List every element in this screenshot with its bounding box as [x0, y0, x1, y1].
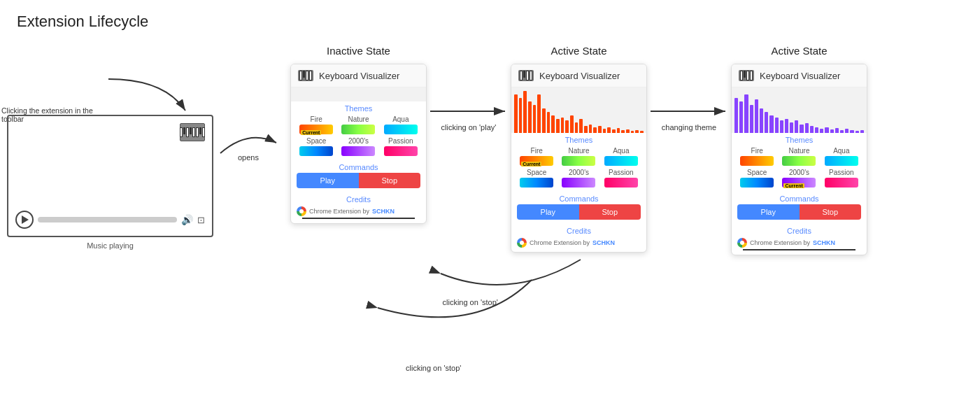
theme-aqua-active1: Aqua — [602, 147, 641, 166]
space-swatch-active2[interactable] — [740, 178, 774, 188]
theme-fire-label: Fire — [311, 115, 322, 123]
bottom-line-inactive — [302, 218, 415, 219]
passion-swatch-inactive[interactable] — [384, 146, 418, 156]
aqua-swatch-active2[interactable] — [825, 156, 858, 166]
active2-popup: Keyboard Visualizer — [731, 64, 867, 255]
nature-swatch-active1[interactable] — [562, 156, 595, 166]
player-section: Clicking the extension in the toolbar 🔊 … — [7, 73, 213, 250]
theme-space-active2: Space — [737, 169, 776, 188]
credits-section-inactive: Credits Chrome Extension by SCHKN — [291, 191, 426, 223]
play-button-active2[interactable]: Play — [737, 204, 800, 220]
keyboard-icon — [180, 127, 205, 137]
theme-twok-label-a1: 2000's — [569, 169, 589, 176]
keyboard-mini-icon-a1 — [520, 71, 532, 80]
theme-nature-label-a1: Nature — [568, 147, 589, 155]
theme-space-label: Space — [306, 137, 326, 145]
credits-link-active2[interactable]: SCHKN — [813, 239, 835, 246]
theme-passion-inactive: Passion — [381, 137, 420, 156]
chrome-logo-active2 — [737, 238, 747, 248]
commands-buttons-active2: Play Stop — [737, 204, 861, 220]
viz-area-active2 — [732, 87, 867, 133]
extension-icon[interactable] — [180, 123, 205, 141]
nature-swatch-active2[interactable] — [782, 156, 816, 166]
viz-area-active1 — [511, 87, 646, 133]
space-swatch-active1[interactable] — [520, 178, 553, 188]
aqua-swatch-active1[interactable] — [604, 156, 638, 166]
keyboard-mini-icon — [299, 71, 312, 80]
theme-passion-label-a1: Passion — [609, 169, 634, 176]
credits-title-active2: Credits — [737, 224, 861, 236]
passion-swatch-active2[interactable] — [825, 178, 858, 188]
chrome-logo-active1 — [517, 238, 527, 248]
active2-state-section: Active State Keyboard Visualizer — [731, 45, 867, 255]
theme-space-active1: Space — [517, 169, 556, 188]
twok-swatch-active2[interactable]: Current — [782, 178, 816, 188]
commands-section-active2: Commands Play Stop — [732, 190, 867, 222]
credits-link-active1[interactable]: SCHKN — [592, 239, 615, 246]
play-triangle-icon — [22, 215, 29, 224]
theme-arrow-svg — [647, 101, 731, 122]
play-button-active1[interactable]: Play — [517, 204, 579, 220]
passion-swatch-active1[interactable] — [604, 178, 638, 188]
fire-swatch-inactive[interactable]: Current — [299, 125, 333, 134]
progress-bar — [38, 217, 177, 222]
stop-button-active1[interactable]: Stop — [579, 204, 641, 220]
commands-buttons-active1: Play Stop — [517, 204, 641, 220]
active1-state-label: Active State — [551, 45, 606, 57]
theme-twok-active1: 2000's — [559, 169, 598, 188]
stop-arrow-svg — [371, 253, 651, 309]
theme-nature-label: Nature — [348, 115, 369, 123]
credits-title-active1: Credits — [517, 224, 641, 236]
commands-title-active1: Commands — [517, 192, 641, 204]
theme-passion-active1: Passion — [602, 169, 641, 188]
stop-button-active2[interactable]: Stop — [800, 204, 862, 220]
theme-space-label-a1: Space — [527, 169, 546, 176]
page-container: Extension Lifecycle Clicking the extensi… — [0, 0, 980, 255]
theme-passion-label: Passion — [388, 137, 413, 145]
popup-title-active2: Keyboard Visualizer — [760, 71, 840, 81]
theme-nature-label-a2: Nature — [788, 147, 809, 155]
aqua-swatch-inactive[interactable] — [384, 125, 418, 134]
nature-swatch-inactive[interactable] — [341, 125, 375, 134]
credits-link-inactive[interactable]: SCHKN — [372, 208, 395, 215]
fire-swatch-active1[interactable]: Current — [520, 156, 553, 166]
inactive-state-section: Inactive State Keyboard Visualizer Theme… — [290, 45, 427, 224]
twok-swatch-active1[interactable] — [562, 178, 595, 188]
theme-nature-active1: Nature — [559, 147, 598, 166]
popup-header-active1: Keyboard Visualizer — [511, 64, 646, 87]
clicking-stop-label: clicking on 'stop' — [443, 298, 498, 306]
player-controls: 🔊 ⊡ — [15, 211, 205, 229]
commands-buttons-inactive: Play Stop — [297, 173, 420, 188]
stop-label-absolute: clicking on 'stop' — [406, 364, 461, 372]
credits-text-inactive: Chrome Extension by — [309, 208, 369, 215]
fullscreen-icon: ⊡ — [197, 215, 205, 225]
theme-passion-label-a2: Passion — [829, 169, 854, 176]
stop-button-inactive[interactable]: Stop — [359, 173, 421, 188]
theme-twok-inactive: 2000's — [339, 137, 378, 156]
player-label: Music playing — [87, 241, 134, 250]
music-player-box: 🔊 ⊡ — [7, 115, 213, 237]
page-title: Extension Lifecycle — [0, 0, 980, 31]
theme-nature-active2: Nature — [779, 147, 818, 166]
keyboard-mini-icon-a2 — [740, 71, 753, 80]
popup-keyboard-icon — [298, 70, 313, 81]
opens-label: opens — [238, 153, 259, 162]
play-arrow-svg — [427, 101, 511, 122]
fire-swatch-active2[interactable] — [740, 156, 774, 166]
sections-container: Inactive State Keyboard Visualizer Theme… — [290, 45, 867, 255]
popup-title-inactive: Keyboard Visualizer — [319, 71, 399, 81]
theme-aqua-label: Aqua — [392, 115, 409, 123]
themes-title-inactive: Themes — [291, 101, 426, 114]
play-button-inactive[interactable]: Play — [297, 173, 359, 188]
commands-title-active2: Commands — [737, 192, 861, 204]
theme-passion-active2: Passion — [822, 169, 861, 188]
commands-title-inactive: Commands — [297, 160, 420, 173]
theme-fire-label-a2: Fire — [751, 147, 763, 155]
theme-fire-active1: Fire Current — [517, 147, 556, 166]
commands-section-active1: Commands Play Stop — [511, 190, 646, 222]
commands-section-inactive: Commands Play Stop — [291, 159, 426, 191]
twok-swatch-inactive[interactable] — [341, 146, 375, 156]
play-button[interactable] — [15, 211, 34, 229]
theme-space-label-a2: Space — [747, 169, 767, 176]
space-swatch-inactive[interactable] — [299, 146, 333, 156]
